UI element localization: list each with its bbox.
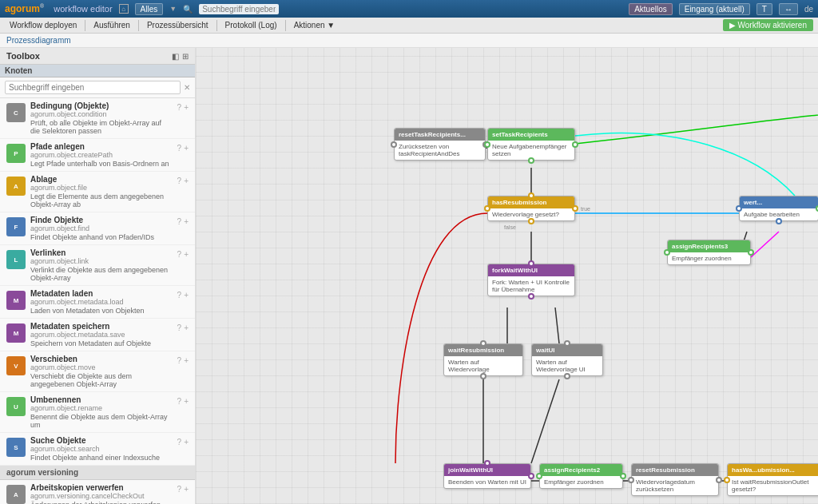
t-btn[interactable]: T	[756, 3, 772, 15]
filter-dropdown-icon: ▼	[169, 5, 177, 13]
createpath-add-icon[interactable]: +	[184, 144, 189, 153]
toolbox-search-input[interactable]	[5, 81, 181, 94]
toolbox-search-clear[interactable]: ✕	[184, 83, 190, 92]
app-title: workflow editor	[54, 4, 112, 14]
inactive-btn[interactable]: Aktuellos	[629, 3, 673, 15]
search-icon: 🔍	[183, 5, 193, 14]
toolbox-item-condition[interactable]: C Bedingung (Objekte) agorum.object.cond…	[0, 98, 195, 139]
node-assignRecipients2[interactable]: assignRecipients2 Empfänger zuordnen	[539, 463, 623, 489]
home-icon[interactable]: ⌂	[119, 4, 129, 14]
node-setTaskRecipients[interactable]: setTaskRecipients Neue Aufgabenempfänger…	[487, 128, 575, 161]
link-icon: L	[6, 250, 26, 269]
menu-execute[interactable]: Ausführen	[89, 19, 135, 31]
search-obj-help-icon[interactable]: ?	[177, 438, 182, 446]
find-help-icon[interactable]: ?	[177, 217, 182, 226]
rename-add-icon[interactable]: +	[184, 397, 189, 406]
knoten-section-header[interactable]: Knoten	[0, 65, 195, 77]
top-bar: agorum® workflow editor ⌂ Alles ▼ 🔍 Aktu…	[0, 0, 818, 18]
find-add-icon[interactable]: +	[184, 217, 189, 226]
rename-help-icon[interactable]: ?	[177, 397, 182, 406]
condition-help-icon[interactable]: ?	[177, 103, 182, 112]
link-add-icon[interactable]: +	[184, 250, 189, 259]
metaload-help-icon[interactable]: ?	[177, 291, 182, 300]
node-waitResubmission[interactable]: waitResubmission Warten auf Wiedervorlag…	[443, 343, 523, 376]
metasave-help-icon[interactable]: ?	[177, 323, 182, 332]
link-help-icon[interactable]: ?	[177, 250, 182, 259]
cancelcheckout-help-icon[interactable]: ?	[177, 485, 182, 494]
node-joinWaitWithUI[interactable]: joinWaitWithUI Beenden von Warten mit UI	[443, 463, 531, 489]
breadcrumb-link[interactable]: Prozessdiagramm	[6, 36, 71, 45]
toolbox-header: Toolbox ◧ ⊞	[0, 48, 195, 65]
condition-add-icon[interactable]: +	[184, 103, 189, 112]
cancelcheckout-add-icon[interactable]: +	[184, 485, 189, 494]
language-indicator: de	[804, 5, 813, 14]
toolbox-item-move[interactable]: V Verschieben agorum.object.move Verschi…	[0, 351, 195, 392]
metaload-add-icon[interactable]: +	[184, 291, 189, 300]
ablage-icon: A	[6, 177, 26, 196]
node-wert[interactable]: wert... Aufgabe bearbeiten finish cancel	[739, 196, 818, 221]
node-hasWaitResubmission[interactable]: hasWa...ubmission... Ist waitResubmissio…	[727, 463, 818, 496]
menu-sep-4	[285, 20, 286, 31]
toolbox-item-rename[interactable]: U Umbenennen agorum.object.rename Benenn…	[0, 392, 195, 433]
node-waitUI[interactable]: waitUI Warten auf Wiedervorlage UI	[531, 343, 603, 376]
search-obj-add-icon[interactable]: +	[184, 438, 189, 446]
menu-sep-2	[138, 20, 139, 31]
toolbox-item-find[interactable]: F Finde Objekte agorum.object.find Finde…	[0, 212, 195, 245]
metasave-add-icon[interactable]: +	[184, 323, 189, 332]
move-add-icon[interactable]: +	[184, 356, 189, 365]
canvas-area[interactable]: resetTaskRecipients... Zurücksetzen von …	[196, 48, 818, 504]
condition-info: Bedingung (Objekte) agorum.object.condit…	[30, 101, 173, 135]
toolbox-collapse-icon[interactable]: ◧	[172, 52, 179, 61]
toolbox-title: Toolbox	[6, 51, 40, 61]
node-assignRecipients3[interactable]: assignRecipients3 Empfänger zuordnen	[667, 240, 751, 265]
toolbox-content: C Bedingung (Objekte) agorum.object.cond…	[0, 98, 195, 504]
condition-icon: C	[6, 103, 26, 122]
toolbox-panel: Toolbox ◧ ⊞ Knoten ✕ C Bedingung (Objekt…	[0, 48, 196, 504]
ablage-add-icon[interactable]: +	[184, 177, 189, 185]
toolbox-item-cancelcheckout[interactable]: A Arbeitskopien verwerfen agorum.version…	[0, 480, 195, 504]
toolbox-search-area: ✕	[0, 77, 195, 98]
arrow-btn[interactable]: ↔	[779, 3, 798, 15]
entry-btn[interactable]: Eingang (aktuell)	[679, 3, 750, 15]
move-help-icon[interactable]: ?	[177, 356, 182, 365]
ablage-help-icon[interactable]: ?	[177, 177, 182, 185]
filter-btn[interactable]: Alles	[135, 3, 164, 15]
node-hasResubmission[interactable]: hasResubmission Wiedervorlage gesetzt? f…	[487, 196, 575, 221]
move-icon: V	[6, 356, 26, 375]
toolbox-item-link[interactable]: L Verlinken agorum.object.link Verlinkt …	[0, 245, 195, 286]
menu-log[interactable]: Protokoll (Log)	[220, 19, 282, 31]
toolbox-item-metaload[interactable]: M Metadaten laden agorum.object.metadata…	[0, 286, 195, 319]
createpath-help-icon[interactable]: ?	[177, 144, 182, 153]
toolbox-item-createpath[interactable]: P Pfade anlegen agorum.object.createPath…	[0, 139, 195, 172]
toolbox-item-metasave[interactable]: M Metadaten speichern agorum.object.meta…	[0, 319, 195, 351]
metaload-icon: M	[6, 291, 26, 310]
breadcrumb: Prozessdiagramm	[0, 34, 818, 48]
cancelcheckout-icon: A	[6, 485, 26, 504]
rename-icon: U	[6, 397, 26, 416]
node-forkWaitWithUI[interactable]: forkWaitWithUI Fork: Warten + UI Kontrol…	[487, 264, 575, 296]
toolbox-icons: ◧ ⊞	[172, 52, 189, 61]
createpath-icon: P	[6, 144, 26, 163]
toolbox-item-search[interactable]: S Suche Objekte agorum.object.search Fin…	[0, 433, 195, 466]
menu-process[interactable]: Prozessübersicht	[142, 19, 213, 31]
node-resetResubmission[interactable]: resetResubmission Wiedervorlagedatum zur…	[631, 463, 719, 496]
versioning-section-header[interactable]: agorum versioning	[0, 466, 195, 480]
menu-deploy[interactable]: Workflow deployen	[5, 19, 81, 31]
find-icon: F	[6, 217, 26, 236]
toolbox-item-ablage[interactable]: A Ablage agorum.object.file Legt die Ele…	[0, 172, 195, 212]
app-logo: agorum®	[5, 3, 44, 14]
activate-workflow-btn[interactable]: ▶ Workflow aktivieren	[723, 19, 813, 31]
search-obj-icon: S	[6, 438, 26, 457]
menu-bar: Workflow deployen Ausführen Prozessübers…	[0, 18, 818, 34]
menu-sep-1	[85, 20, 85, 31]
toolbox-grid-icon[interactable]: ⊞	[182, 52, 189, 61]
main-search-input[interactable]	[199, 4, 279, 14]
main-content: Toolbox ◧ ⊞ Knoten ✕ C Bedingung (Objekt…	[0, 48, 818, 504]
metasave-icon: M	[6, 323, 26, 343]
menu-sep-3	[216, 20, 217, 31]
node-resetTaskRecipients[interactable]: resetTaskRecipients... Zurücksetzen von …	[394, 128, 486, 161]
menu-actions[interactable]: Aktionen ▼	[289, 19, 340, 31]
